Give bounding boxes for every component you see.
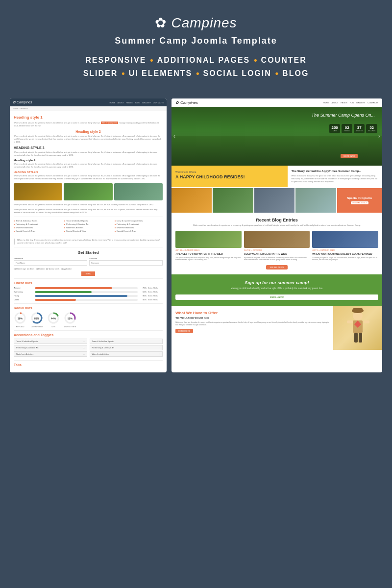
- rnav-home[interactable]: HOME: [323, 101, 329, 104]
- blog-cards: JULY 19 — OUTDOOR SKILLS 7 PLACES TO FIN…: [175, 231, 378, 261]
- countdown-seconds: 52 SECONDS: [366, 124, 377, 133]
- divider-2: [14, 236, 163, 236]
- form-input-firstname[interactable]: [14, 260, 87, 266]
- signup-button[interactable]: ENROLL NOW!: [175, 294, 378, 300]
- blog-section: Recent Blog Entries With more than two d…: [172, 213, 382, 274]
- blog-card-img-3: [312, 231, 378, 248]
- feat-item: Waterfront Activities: [64, 226, 112, 229]
- right-nav-logo: ✿ Campines: [175, 100, 198, 105]
- accordion-header-5[interactable]: Performing & Creative Art ›: [90, 345, 163, 350]
- blog-card-title-2[interactable]: COLD WEATHER GEAR IN THE WILD: [244, 252, 310, 256]
- feat-item: Performing & Creative Art: [14, 223, 62, 225]
- bar-track-3: [35, 295, 138, 297]
- offer-left: What We Have to Offer TO YOU AND YOUR KI…: [172, 306, 333, 350]
- accordions-title: Accordions and Toggles: [14, 333, 163, 337]
- blog-card-tag-1: JULY 19 — OUTDOOR SKILLS: [175, 249, 242, 251]
- cb-app-label: Application: [63, 268, 72, 270]
- blog-card-tag-3: JULY 8 — OUTDOOR GEAR: [312, 249, 378, 251]
- accordion-toggle-6: ›: [160, 353, 160, 355]
- accordion-item-3: Waterfront Activities +: [14, 351, 87, 357]
- countdown-hours-num: 02: [343, 125, 350, 130]
- right-nav-links: HOME ABOUT PAGES FUN GALLERY CONTACTS: [323, 101, 378, 104]
- feat-label: Performing & Creative Art: [66, 223, 88, 225]
- checkbox-dates: Dates: [27, 268, 34, 270]
- special-programs-button[interactable]: PROGRAM DETAILS: [351, 201, 369, 204]
- welcome-story-text: When mountains draw you, the good old on…: [292, 174, 379, 183]
- nav-contacts[interactable]: CONTACTS: [153, 101, 164, 104]
- feat-additional: ADDITIONAL PAGES: [153, 55, 254, 66]
- feat-label: Performing & Creative Art: [16, 223, 38, 225]
- rnav-pages[interactable]: PAGES: [341, 101, 347, 104]
- heading-2: Heading style 2: [14, 130, 163, 133]
- rnav-fun[interactable]: FUN: [350, 101, 354, 104]
- cb-duration[interactable]: [36, 268, 38, 270]
- photo-grid-1: [172, 188, 212, 213]
- cb-dates-label: Dates: [30, 268, 34, 270]
- feat-item: know & experiencing activities: [115, 220, 163, 222]
- hero-next-arrow[interactable]: ›: [378, 133, 380, 140]
- checkbox-age: Children age: [14, 268, 26, 270]
- nav-blog[interactable]: BLOG: [135, 101, 140, 104]
- features-row-1: RESPONSIVE • ADDITIONAL PAGES • COUNTER: [10, 55, 382, 66]
- form-col-1: First name: [14, 257, 87, 266]
- features-col-2: Team & Individual Sports Performing & Cr…: [64, 220, 112, 233]
- divider-4: [14, 278, 163, 279]
- hero-cta-button[interactable]: MORE INFO: [341, 154, 358, 158]
- feat-dot: [14, 220, 15, 221]
- features-col-1: Team & Individual Sports Performing & Cr…: [14, 220, 62, 233]
- bar-fill-3: [35, 295, 127, 297]
- rnav-about[interactable]: ABOUT: [331, 101, 338, 104]
- submit-button[interactable]: SEND: [81, 271, 95, 276]
- signup-title: Sign up for our summer camp!: [175, 280, 378, 285]
- photo-caption-1: When you think about it the greatest thi…: [14, 203, 163, 206]
- header-section: ✿ Campines Summer Camp Joomla Template R…: [0, 0, 392, 94]
- form-input-surname[interactable]: [89, 260, 163, 266]
- cb-special[interactable]: [46, 268, 48, 270]
- checkbox-special: Special needs: [46, 268, 59, 270]
- photo-grid-2: [213, 188, 253, 213]
- blog-subtitle: With more than two decades of experience…: [175, 224, 378, 227]
- hero-prev-arrow[interactable]: ‹: [173, 133, 175, 140]
- nav-home[interactable]: HOME: [110, 101, 116, 104]
- accordion-header-6[interactable]: Waterfront Activities ›: [90, 352, 163, 356]
- cb-app[interactable]: [61, 268, 63, 270]
- svg-text:88%: 88%: [34, 317, 40, 320]
- blog-card-title-3[interactable]: WHEN YOUR CAMPING DOESN'T GO AS PLANNED: [312, 252, 378, 256]
- feat-dot: [64, 231, 65, 232]
- accordion-header-2[interactable]: Performing & Creative Art +: [14, 345, 87, 350]
- left-nav-logo: ✿ Campines: [13, 100, 32, 104]
- cb-dates[interactable]: [27, 268, 29, 270]
- offer-main-title: TO YOU AND YOUR KID: [175, 317, 329, 319]
- countdown-area: 250 DAYS 02 HOURS 37 MINUTES 52 SECONDS: [329, 124, 377, 133]
- divider-1: [14, 217, 163, 217]
- countdown-seconds-num: 52: [368, 125, 375, 130]
- get-started-title: Get Started: [14, 250, 163, 255]
- offer-button[interactable]: READ MORE: [175, 329, 193, 333]
- radial-svg-3: 44%: [47, 312, 60, 324]
- accordion-col-1: Team & Individual Sports + Performing & …: [14, 339, 87, 358]
- radial-svg-2: 88%: [30, 312, 43, 324]
- accordion-header-4[interactable]: Team & Individual Sports ›: [90, 339, 163, 343]
- blog-card-2: JULY 12 — OUTDOOR COLD WEATHER GEAR IN T…: [244, 231, 310, 261]
- welcome-right: The Story Behind the AppyTimes Summer Ca…: [288, 166, 383, 187]
- cb-age[interactable]: [14, 268, 16, 270]
- feat-item: Performing & Creative Art: [64, 223, 112, 225]
- rnav-contacts[interactable]: CONTACTS: [368, 101, 378, 104]
- bar-pct-4: 40%: [139, 298, 147, 301]
- blog-card-img-2: [244, 231, 310, 248]
- radial-item-4: 55% LONG TRIPS: [64, 312, 76, 328]
- radial-label-4: LONG TRIPS: [64, 325, 76, 328]
- offer-pre-title: What We Have to Offer: [175, 311, 329, 315]
- blog-card-title-1[interactable]: 7 PLACES TO FIND WATER IN THE WILD: [175, 252, 242, 256]
- accordion-header-3[interactable]: Waterfront Activities +: [14, 352, 87, 356]
- feat-dot: [115, 231, 116, 232]
- nav-gallery[interactable]: GALLERY: [142, 101, 151, 104]
- logo-text: Campines: [171, 15, 237, 31]
- see-all-button[interactable]: SEE ALL NEWS: [266, 265, 288, 270]
- nav-about[interactable]: ABOUT: [118, 101, 124, 104]
- nav-pages[interactable]: PAGES: [126, 101, 133, 104]
- left-nav-links: HOME ABOUT PAGES BLOG GALLERY CONTACTS: [110, 101, 164, 104]
- accordion-header-1[interactable]: Team & Individual Sports +: [14, 339, 87, 343]
- rnav-gallery[interactable]: GALLERY: [356, 101, 365, 104]
- accordion-area: Team & Individual Sports + Performing & …: [14, 339, 163, 358]
